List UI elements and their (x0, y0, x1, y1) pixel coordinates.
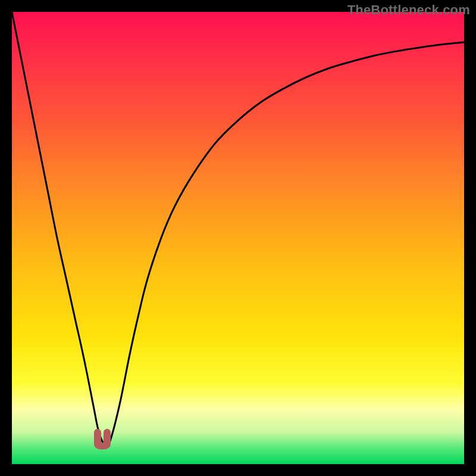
background-gradient (12, 12, 464, 464)
plot-area (12, 12, 464, 464)
attribution-label: TheBottleneck.com (347, 2, 470, 18)
bottleneck-chart (12, 12, 464, 464)
chart-frame: TheBottleneck.com (0, 0, 476, 476)
